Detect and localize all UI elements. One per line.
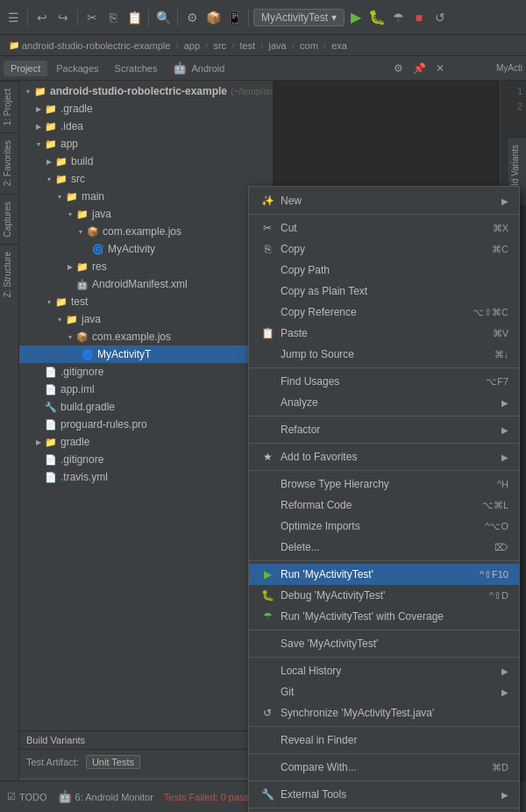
run-config-label: MyActivityTest (261, 11, 328, 24)
menu-sep-8 (249, 657, 519, 658)
menu-sep-10 (249, 753, 519, 754)
menu-item-run[interactable]: ▶ Run 'MyActivityTest' ^⇧F10 (249, 564, 519, 585)
menu-item-git[interactable]: Git ▶ (249, 681, 519, 702)
menu-sep-4 (249, 443, 519, 444)
dropdown-icon: ▾ (331, 11, 337, 24)
find-icon[interactable]: 🔍 (153, 8, 173, 27)
menu-item-save[interactable]: Save 'MyActivityTest' (249, 633, 519, 654)
menu-item-external-tools[interactable]: 🔧 External Tools ▶ (249, 784, 519, 805)
menu-item-new[interactable]: ✨ New ▶ (249, 190, 519, 211)
toolbar-sep-2 (77, 9, 78, 26)
tab-android[interactable]: 🤖 Android (166, 59, 231, 77)
new-icon: ✨ (259, 195, 275, 207)
menu-item-browse-hierarchy[interactable]: Browse Type Hierarchy ^H (249, 474, 519, 495)
sdk-icon[interactable]: 📦 (203, 8, 223, 27)
run-button[interactable]: ▶ (346, 8, 366, 27)
menu-item-jump[interactable]: Jump to Source ⌘↓ (249, 344, 519, 365)
paste-icon[interactable]: 📋 (124, 8, 144, 27)
menu-item-synchronize[interactable]: ↺ Synchronize 'MyActivityTest.java' (249, 702, 519, 723)
bc-test[interactable]: test (234, 39, 260, 53)
debug-button[interactable]: 🐛 (367, 8, 387, 27)
cut-menu-icon: ✂ (259, 222, 275, 234)
tab-project[interactable]: Project (4, 61, 47, 76)
refactor-arrow: ▶ (501, 425, 508, 435)
tab-action-settings[interactable]: ⚙ (389, 60, 407, 77)
bc-root-label: android-studio-robolectric-example (22, 40, 170, 51)
undo-icon[interactable]: ↩ (32, 8, 52, 27)
avd-icon[interactable]: 📱 (224, 8, 244, 27)
menu-item-copy-plain[interactable]: Copy as Plain Text (249, 281, 519, 302)
menu-sep-7 (249, 630, 519, 630)
external-tools-arrow: ▶ (501, 790, 508, 800)
redo-icon[interactable]: ↪ (53, 8, 73, 27)
menu-item-local-history[interactable]: Local History ▶ (249, 660, 519, 681)
toolbar-sep-5 (248, 9, 249, 26)
menu-item-analyze[interactable]: Analyze ▶ (249, 392, 519, 413)
new-arrow: ▶ (501, 196, 508, 206)
menu-sep-12 (249, 808, 519, 808)
paste-menu-icon: 📋 (259, 327, 275, 339)
tab-project-label: Project (11, 63, 40, 74)
menu-sep-1 (249, 214, 519, 215)
menu-item-optimize-imports[interactable]: Optimize Imports ^⌥O (249, 516, 519, 537)
tab-action-pin[interactable]: 📌 (410, 60, 428, 77)
menu-sep-9 (249, 726, 519, 727)
bc-src[interactable]: src (208, 39, 231, 53)
menu-sep-11 (249, 780, 519, 781)
run-config-selector[interactable]: MyActivityTest ▾ (253, 9, 345, 26)
tab-action-close[interactable]: ✕ (431, 60, 449, 77)
bc-app[interactable]: app (179, 39, 205, 53)
menu-sep-6 (249, 560, 519, 561)
coverage-button[interactable]: ☂ (388, 8, 408, 27)
menu-item-copy-ref[interactable]: Copy Reference ⌥⇧⌘C (249, 302, 519, 323)
toolbar-sep-3 (148, 9, 149, 26)
context-menu: ✨ New ▶ ✂ Cut ⌘X ⎘ Copy ⌘C Copy Path Co (248, 186, 520, 812)
menu-sep-3 (249, 416, 519, 417)
history-arrow: ▶ (501, 666, 508, 676)
main-toolbar: ☰ ↩ ↪ ✂ ⎘ 📋 🔍 ⚙ 📦 📱 MyActivityTest ▾ ▶ 🐛… (0, 0, 526, 35)
menu-item-cut[interactable]: ✂ Cut ⌘X (249, 217, 519, 239)
favorites-arrow: ▶ (501, 452, 508, 462)
copy-menu-icon: ⎘ (259, 243, 275, 255)
menu-item-copy[interactable]: ⎘ Copy ⌘C (249, 239, 519, 260)
bc-exa[interactable]: exa (326, 39, 352, 53)
bc-com[interactable]: com (295, 39, 323, 53)
toolbar-menu-icon[interactable]: ☰ (4, 8, 23, 27)
run-menu-icon: ▶ (259, 568, 275, 581)
menu-item-reformat[interactable]: Reformat Code ⌥⌘L (249, 495, 519, 516)
menu-item-copy-path[interactable]: Copy Path (249, 260, 519, 281)
git-arrow: ▶ (501, 687, 508, 697)
sync-button[interactable]: ↺ (430, 8, 450, 27)
menu-sep-2 (249, 367, 519, 368)
menu-item-run-coverage[interactable]: ☂ Run 'MyActivityTest' with Coverage (249, 606, 519, 627)
tab-actions: ⚙ 📌 ✕ MyActi (389, 60, 522, 77)
copy-icon[interactable]: ⎘ (103, 8, 123, 27)
favorites-icon: ★ (259, 451, 275, 463)
structure-icon[interactable]: ⚙ (182, 8, 202, 27)
menu-item-delete[interactable]: Delete... ⌦ (249, 537, 519, 558)
tab-packages-label: Packages (56, 63, 98, 74)
tab-scratches[interactable]: Scratches (108, 61, 165, 76)
editor-tab-label: MyActi (496, 63, 522, 73)
coverage-menu-icon: ☂ (259, 610, 275, 623)
menu-item-reveal[interactable]: Reveal in Finder (249, 730, 519, 751)
stop-button[interactable]: ■ (409, 8, 429, 27)
toolbar-sep-4 (177, 9, 178, 26)
menu-item-refactor[interactable]: Refactor ▶ (249, 419, 519, 440)
breadcrumb-bar: 📁 android-studio-robolectric-example › a… (0, 35, 526, 56)
bc-root[interactable]: 📁 android-studio-robolectric-example (4, 39, 175, 53)
cut-icon[interactable]: ✂ (82, 8, 102, 27)
bc-java[interactable]: java (264, 39, 292, 53)
context-menu-overlay: ✨ New ▶ ✂ Cut ⌘X ⎘ Copy ⌘C Copy Path Co (0, 81, 526, 812)
tab-android-label: Android (191, 63, 224, 74)
menu-item-compare[interactable]: Compare With... ⌘D (249, 757, 519, 778)
external-tools-icon: 🔧 (259, 788, 275, 801)
menu-item-paste[interactable]: 📋 Paste ⌘V (249, 323, 519, 344)
sync-menu-icon: ↺ (259, 707, 275, 719)
menu-item-find-usages[interactable]: Find Usages ⌥F7 (249, 371, 519, 392)
debug-menu-icon: 🐛 (259, 589, 275, 602)
tab-packages[interactable]: Packages (49, 61, 105, 76)
toolbar-sep-1 (27, 9, 28, 26)
menu-item-add-favorites[interactable]: ★ Add to Favorites ▶ (249, 446, 519, 467)
menu-item-debug[interactable]: 🐛 Debug 'MyActivityTest' ^⇧D (249, 585, 519, 606)
